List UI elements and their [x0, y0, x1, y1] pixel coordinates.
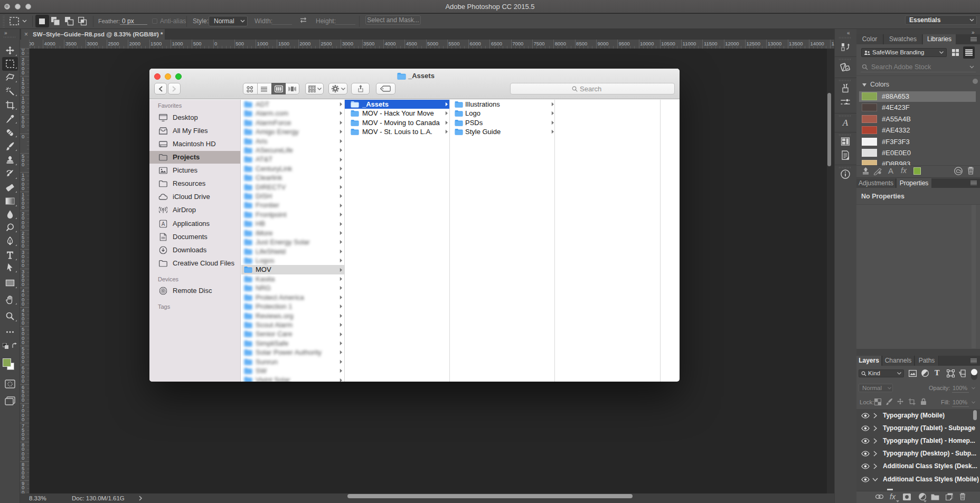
svg-text:A: A — [842, 118, 849, 127]
svg-text:A: A — [162, 221, 165, 226]
